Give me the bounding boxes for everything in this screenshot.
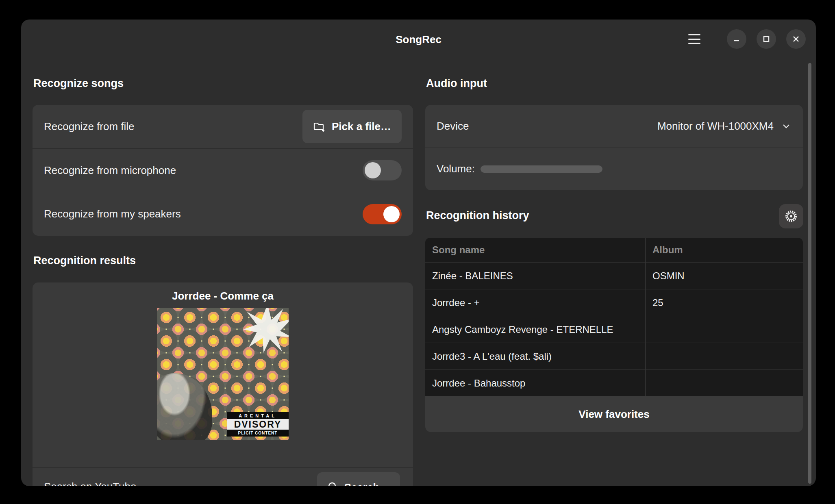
device-label: Device [437, 120, 469, 133]
album-cell: OSMIN [645, 262, 803, 289]
volume-level-bar [481, 165, 602, 173]
recognize-from-microphone-row: Recognize from microphone [33, 148, 413, 192]
speakers-toggle[interactable] [363, 204, 402, 224]
recognition-results-header: Recognition results [33, 254, 136, 267]
volume-row: Volume: [425, 148, 803, 191]
recognize-from-speakers-row: Recognize from my speakers [33, 192, 413, 236]
song-cell: Angsty Camboyz Revenge - ETERNELLE [425, 316, 645, 343]
song-cell: Jorrdee - + [425, 289, 645, 316]
search-icon [327, 481, 339, 486]
toggle-knob [365, 162, 381, 178]
recognized-song-title: Jorrdee - Comme ça [33, 290, 413, 302]
recognition-history-header: Recognition history [426, 209, 529, 222]
recognize-from-file-row: Recognize from file Pick a file… [33, 105, 413, 148]
column-header-album[interactable]: Album [645, 238, 803, 262]
recognize-songs-header: Recognize songs [33, 77, 124, 90]
song-cell: Jorrdee - Bahausstop [425, 369, 645, 396]
history-settings-button[interactable] [779, 204, 803, 228]
recognize-from-file-label: Recognize from file [44, 120, 135, 133]
album-cell [645, 343, 803, 369]
table-header-row: Song name Album [425, 238, 803, 262]
pick-a-file-button[interactable]: Pick a file… [302, 110, 402, 143]
album-cell: 25 [645, 289, 803, 316]
search-button[interactable]: Search… [317, 472, 400, 486]
search-on-youtube-row: Search on YouTube Search… [33, 467, 413, 486]
gear-icon [784, 209, 798, 223]
maximize-button[interactable] [757, 29, 776, 49]
device-dropdown[interactable]: Monitor of WH-1000XM4 [657, 120, 792, 133]
minimize-icon [733, 35, 741, 43]
device-row: Device Monitor of WH-1000XM4 [425, 105, 803, 148]
song-cell: Jorrde3 - A L'eau (feat. $ali) [425, 343, 645, 369]
close-icon [792, 35, 800, 43]
window-controls [688, 29, 806, 49]
album-cell [645, 316, 803, 343]
search-on-youtube-label: Search on YouTube [44, 480, 136, 486]
view-favorites-button[interactable]: View favorites [425, 396, 803, 432]
chevron-down-icon [781, 121, 792, 131]
titlebar: SongRec [21, 20, 816, 59]
table-row[interactable]: Jorrdee - + 25 [425, 289, 803, 316]
table-row[interactable]: Jorrde3 - A L'eau (feat. $ali) [425, 343, 803, 369]
menu-icon[interactable] [688, 34, 700, 44]
recognition-history-table: Song name Album Zinée - BALEINES OSMIN J… [425, 238, 803, 396]
recognize-from-speakers-label: Recognize from my speakers [44, 208, 181, 220]
parental-advisory-label: ARENTAL DVISORY PLICIT CONTENT [227, 412, 289, 437]
device-dropdown-value: Monitor of WH-1000XM4 [657, 120, 774, 133]
folder-plus-icon [313, 121, 326, 132]
vertical-scrollbar[interactable] [808, 63, 811, 484]
album-art: ARENTAL DVISORY PLICIT CONTENT [157, 308, 289, 440]
recognize-songs-card: Recognize from file Pick a file… Recogni… [33, 105, 413, 236]
table-row[interactable]: Zinée - BALEINES OSMIN [425, 262, 803, 289]
songrec-window: SongRec Recognize songs Recognize from f… [21, 20, 816, 486]
recognize-from-microphone-label: Recognize from microphone [44, 164, 176, 177]
minimize-button[interactable] [727, 29, 746, 49]
table-row[interactable]: Jorrdee - Bahausstop [425, 369, 803, 396]
album-cell [645, 369, 803, 396]
song-cell: Zinée - BALEINES [425, 262, 645, 289]
column-header-song-name[interactable]: Song name [425, 238, 645, 262]
maximize-icon [762, 35, 770, 43]
audio-input-header: Audio input [426, 77, 487, 90]
recognition-results-card: Jorrdee - Comme ça ARENTAL DVISORY PLICI… [33, 282, 413, 486]
table-row[interactable]: Angsty Camboyz Revenge - ETERNELLE [425, 316, 803, 343]
toggle-knob [383, 206, 400, 222]
audio-input-card: Device Monitor of WH-1000XM4 Volume: [425, 105, 803, 190]
volume-label: Volume: [437, 163, 475, 175]
close-button[interactable] [786, 29, 806, 49]
microphone-toggle[interactable] [363, 160, 402, 180]
